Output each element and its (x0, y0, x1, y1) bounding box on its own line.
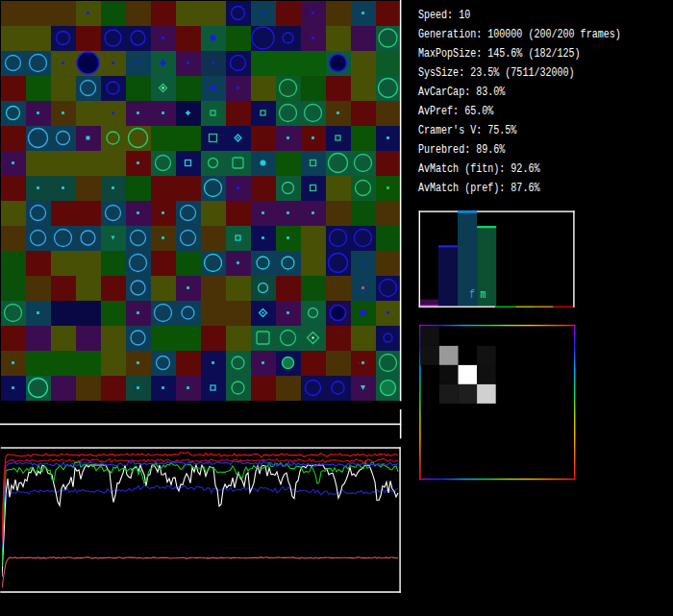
svg-text:Cramer's V: 75.5%: Cramer's V: 75.5% (418, 124, 517, 136)
svg-text:m: m (480, 288, 486, 301)
svg-text:SysSize: 23.5% (7511/32000): SysSize: 23.5% (7511/32000) (418, 66, 575, 79)
svg-text:AvMatch (fitn): 92.6%: AvMatch (fitn): 92.6% (418, 162, 540, 175)
svg-text:AvMatch (pref): 87.6%: AvMatch (pref): 87.6% (418, 182, 540, 194)
svg-text:AvPref: 65.0%: AvPref: 65.0% (418, 105, 493, 117)
svg-text:AvCarCap: 83.0%: AvCarCap: 83.0% (418, 86, 505, 98)
svg-text:MaxPopSize: 145.6% (182/125): MaxPopSize: 145.6% (182/125) (418, 47, 581, 60)
svg-text:Purebred: 89.6%: Purebred: 89.6% (418, 143, 505, 156)
svg-text:Generation: 100000 (200/200 fr: Generation: 100000 (200/200 frames) (418, 28, 621, 40)
svg-text:f: f (469, 288, 475, 301)
svg-text:Speed: 10: Speed: 10 (418, 9, 470, 21)
